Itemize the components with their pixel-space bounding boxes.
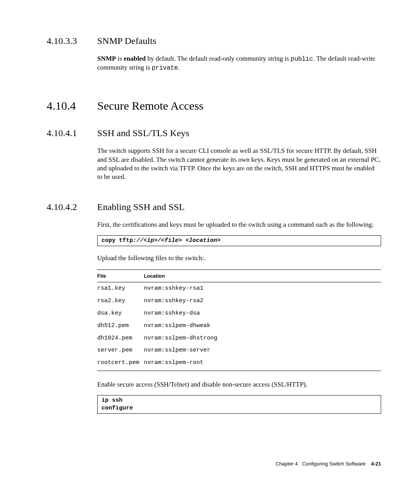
footer-title: Configuring Switch Software [302, 461, 366, 467]
cell-location: nvram:sshkey-rsa2 [144, 295, 381, 307]
body-text: Enable secure access (SSH/Telnet) and di… [97, 380, 381, 389]
command-box: ip ssh configure [97, 395, 381, 414]
table-row: dh1024.pemnvram:sslpem-dhstrong [97, 332, 381, 345]
file-location-table: File Location rsa1.keynvram:sshkey-rsa1r… [97, 270, 381, 371]
cell-file: dh1024.pem [97, 332, 144, 345]
cell-location: nvram:sslpem-server [144, 344, 381, 357]
section-title: Secure Remote Access [97, 98, 381, 114]
section-number: 4.10.4 [47, 99, 76, 112]
footer-chapter: Chapter 4 [276, 461, 298, 467]
section-title: SSH and SSL/TLS Keys [97, 127, 381, 140]
section-4-10-3-3: 4.10.3.3 SNMP Defaults SNMP is enabled b… [47, 35, 381, 79]
page-number: 4-21 [371, 461, 381, 467]
cell-location: nvram:sslpem-root [144, 357, 381, 371]
cell-file: dsa.key [97, 307, 144, 320]
table-row: rsa1.keynvram:sshkey-rsa1 [97, 282, 381, 295]
section-number: 4.10.3.3 [47, 36, 77, 46]
section-number: 4.10.4.1 [47, 128, 77, 138]
cell-file: dh512.pem [97, 320, 144, 332]
body-text: Upload the following files to the switch… [97, 254, 381, 262]
table-row: dh512.pemnvram:sslpem-dhweak [97, 320, 381, 332]
page-footer: Chapter 4 Configuring Switch Software4-2… [47, 460, 381, 467]
section-title: SNMP Defaults [97, 35, 381, 47]
section-number: 4.10.4.2 [47, 202, 77, 212]
table-row: rootcert.pemnvram:sslpem-root [97, 357, 381, 371]
body-text: The switch supports SSH for a secure CLI… [97, 147, 381, 182]
cell-file: rsa1.key [97, 282, 144, 295]
cell-file: rsa2.key [97, 295, 144, 307]
table-row: server.pemnvram:sslpem-server [97, 344, 381, 357]
table-header-file: File [97, 270, 144, 282]
body-text: First, the certifications and keys must … [97, 220, 381, 229]
section-4-10-4: 4.10.4 Secure Remote Access [47, 98, 381, 124]
table-header-location: Location [144, 270, 381, 282]
cell-location: nvram:sshkey-rsa1 [144, 282, 381, 295]
table-row: rsa2.keynvram:sshkey-rsa2 [97, 295, 381, 307]
body-text: SNMP is enabled by default. The default … [97, 54, 381, 72]
cell-location: nvram:sslpem-dhstrong [144, 332, 381, 345]
cell-file: rootcert.pem [97, 357, 144, 371]
section-title: Enabling SSH and SSL [97, 201, 381, 214]
section-4-10-4-1: 4.10.4.1 SSH and SSL/TLS Keys The switch… [47, 127, 381, 187]
cell-location: nvram:sshkey-dsa [144, 307, 381, 320]
table-row: dsa.keynvram:sshkey-dsa [97, 307, 381, 320]
cell-location: nvram:sslpem-dhweak [144, 320, 381, 332]
section-4-10-4-2: 4.10.4.2 Enabling SSH and SSL First, the… [47, 201, 381, 422]
cell-file: server.pem [97, 344, 144, 357]
command-box: copy tftp://<ip>/<file> <location> [97, 235, 381, 246]
